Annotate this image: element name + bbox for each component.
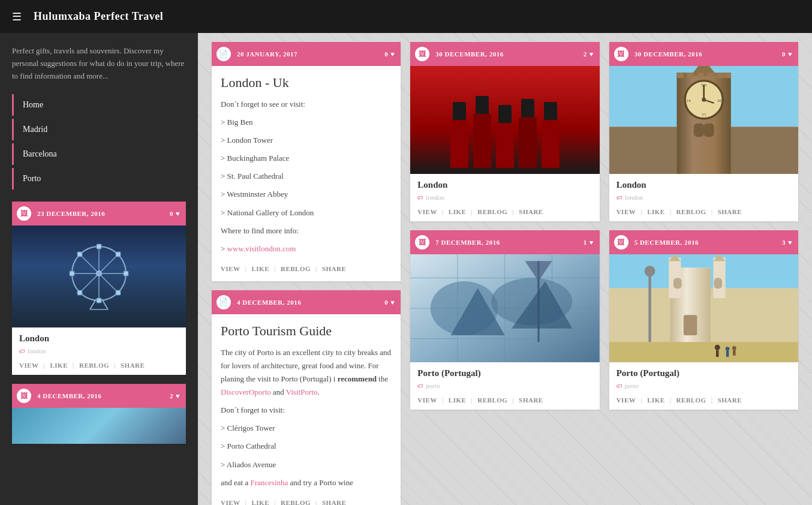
sidebar-item-madrid[interactable]: Madrid: [12, 119, 186, 140]
sidebar-card-1-heart: ♥: [176, 210, 180, 217]
sidebar-card-2: 🖼 4 DECEMBER, 2016 2 ♥: [12, 384, 186, 444]
london-post-heart: ♥: [390, 50, 395, 58]
bigben-share[interactable]: SHARE: [718, 208, 742, 215]
guards-share[interactable]: SHARE: [519, 208, 543, 215]
svg-line-19: [102, 299, 108, 309]
sidebar-card-1-reblog[interactable]: REBLOG: [79, 362, 109, 369]
porto-item2-1: > Porto Cathedral: [221, 440, 392, 453]
tiles-reblog[interactable]: REBLOG: [477, 396, 507, 404]
guards-reblog[interactable]: REBLOG: [477, 208, 507, 215]
svg-rect-69: [609, 342, 798, 362]
svg-rect-55: [724, 73, 730, 78]
menu-icon[interactable]: ☰: [12, 10, 22, 23]
porto-guide-reblog[interactable]: REBLOG: [281, 499, 311, 505]
visit-porto-link[interactable]: VisitPorto: [286, 387, 318, 396]
porto-guide-like[interactable]: LIKE: [252, 499, 270, 505]
svg-rect-60: [669, 258, 681, 299]
porto-tiles-card: 🖼 7 DECEMBER, 2016 1 ♥: [410, 230, 599, 410]
sidebar-card-1-tag: 🏷 london: [19, 347, 179, 354]
london-bigben-heart: ♥: [788, 50, 792, 58]
tiles-share[interactable]: SHARE: [519, 396, 543, 404]
porto-guide-actions: VIEW | LIKE | REBLOG | SHARE: [221, 495, 392, 505]
svg-rect-12: [70, 271, 74, 276]
london-post-icon: 📄: [215, 46, 232, 62]
svg-rect-10: [97, 244, 101, 249]
london-post-count: 0: [384, 50, 388, 58]
francesinha-link[interactable]: Francesinha: [250, 478, 288, 487]
london-view[interactable]: VIEW: [221, 265, 240, 272]
sidebar-card-2-heart: ♥: [176, 392, 180, 399]
sidebar-item-porto[interactable]: Porto: [12, 168, 186, 190]
london-guards-tag-icon: 🏷: [417, 194, 423, 201]
svg-rect-49: [703, 124, 714, 137]
porto-guide-view[interactable]: VIEW: [221, 499, 240, 505]
tiles-like[interactable]: LIKE: [449, 396, 467, 404]
london-like[interactable]: LIKE: [252, 265, 270, 272]
header: ☰ Hulumxaba Perfect Travel: [0, 0, 812, 33]
site-title: Hulumxaba Perfect Travel: [34, 10, 163, 23]
porto-church-date: 5 DECEMBER, 2016: [634, 239, 699, 246]
porto-church-heart: ♥: [788, 239, 792, 246]
london-item-0: > Big Ben: [221, 116, 392, 129]
porto-guide-date: 4 DECEMBER, 2016: [237, 299, 301, 306]
london-guards-card: 🖼 30 DECEMBER, 2016 2 ♥: [410, 42, 599, 221]
sidebar-card-1-tag-text: london: [28, 347, 46, 354]
london-guards-image: [410, 66, 599, 174]
porto-guide-post: 📄 4 DECEMBER, 2016 0 ♥ Porto Tourism Gui…: [212, 290, 401, 505]
church-view[interactable]: VIEW: [616, 396, 636, 404]
church-reblog[interactable]: REBLOG: [676, 396, 706, 404]
visit-london-link[interactable]: www.visitlondon.com: [227, 244, 296, 253]
discover-oporto-link[interactable]: DiscoverOporto: [221, 387, 271, 396]
sidebar-item-barcelona[interactable]: Barcelona: [12, 143, 186, 165]
london-post-title: London - Uk: [221, 75, 392, 91]
london-bigben-image: XII III VI IX: [609, 66, 798, 174]
svg-rect-61: [713, 258, 725, 299]
guards-like[interactable]: LIKE: [449, 208, 467, 215]
bigben-like[interactable]: LIKE: [647, 208, 665, 215]
svg-point-74: [732, 346, 736, 350]
london-bigben-date: 30 DECEMBER, 2016: [634, 50, 702, 58]
svg-text:XII: XII: [701, 83, 707, 87]
sidebar-card-1-share[interactable]: SHARE: [121, 362, 145, 369]
bigben-reblog[interactable]: REBLOG: [676, 208, 706, 215]
svg-rect-13: [124, 271, 128, 276]
london-guards-count: 2: [584, 50, 587, 58]
porto-guide-body: Porto Tourism Guide The city of Porto is…: [212, 314, 401, 505]
london-share[interactable]: SHARE: [322, 265, 346, 272]
sidebar-card-1-header: 🖼 23 DECEMBER, 2016 0 ♥: [12, 202, 186, 226]
church-share[interactable]: SHARE: [718, 396, 742, 404]
svg-line-18: [90, 299, 96, 309]
london-reblog[interactable]: REBLOG: [281, 265, 311, 272]
sidebar-card-1-like[interactable]: LIKE: [50, 362, 68, 369]
london-item-1: > London Tower: [221, 134, 392, 147]
sidebar-card-1-view[interactable]: VIEW: [19, 362, 39, 369]
guards-view[interactable]: VIEW: [417, 208, 437, 215]
london-guards-tag-text: london: [426, 194, 444, 201]
sidebar-item-home[interactable]: Home: [12, 94, 186, 116]
church-like[interactable]: LIKE: [647, 396, 665, 404]
london-bigben-count: 0: [782, 50, 786, 58]
svg-rect-71: [716, 350, 719, 357]
porto-tiles-icon: 🖼: [414, 234, 431, 251]
svg-text:III: III: [717, 98, 721, 103]
london-post-header: 📄 20 JANUARY, 2017 0 ♥: [212, 42, 401, 66]
london-post-date: 20 JANUARY, 2017: [237, 50, 297, 58]
svg-rect-51: [687, 73, 693, 78]
bigben-view[interactable]: VIEW: [616, 208, 636, 215]
column-3: 🖼 30 DECEMBER, 2016 0 ♥: [605, 42, 803, 419]
porto-tiles-title: Porto (Portugal): [417, 368, 592, 378]
london-guards-body: London 🏷 london VIEW | LIKE | REBLOG | S…: [410, 174, 599, 221]
porto-tiles-actions: VIEW | LIKE | REBLOG | SHARE: [417, 393, 592, 404]
sidebar-card-2-count: 2: [170, 392, 173, 399]
svg-line-6: [80, 254, 99, 273]
main-content: 📄 20 JANUARY, 2017 0 ♥ London - Uk Don´t…: [198, 33, 812, 505]
london-item-2: > Buckingham Palace: [221, 152, 392, 165]
porto-church-image: [609, 254, 798, 362]
porto-tiles-body: Porto (Portugal) 🏷 porto VIEW | LIKE | R…: [410, 362, 599, 410]
page-wrapper: Perfect gifts, travels and souvenirs. Di…: [0, 33, 812, 505]
sidebar-card-1-icon: 🖼: [16, 205, 32, 222]
porto-tiles-tag: 🏷 porto: [417, 382, 592, 389]
tiles-view[interactable]: VIEW: [417, 396, 437, 404]
porto-guide-share[interactable]: SHARE: [322, 499, 346, 505]
porto-guide-title: Porto Tourism Guide: [221, 323, 392, 339]
